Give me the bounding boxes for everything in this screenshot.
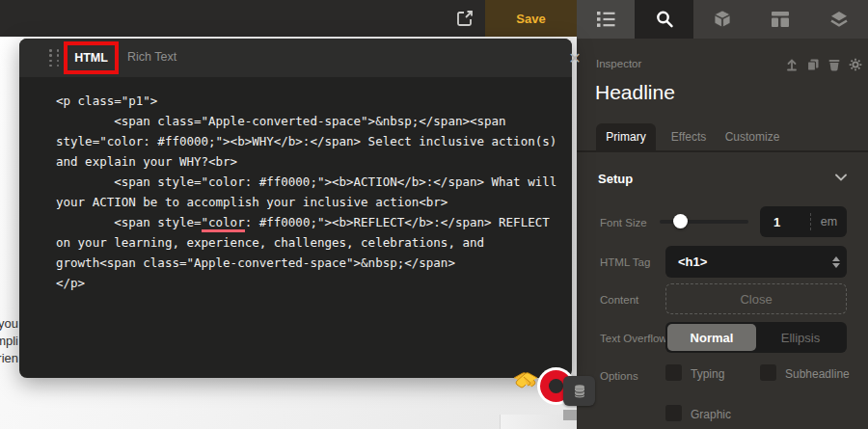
setup-section-header[interactable]: Setup (598, 172, 633, 186)
html-tag-value: <h1> (665, 255, 826, 269)
html-code-panel: HTML Rich Text ✕ <p class="p1"> <span cl… (19, 39, 572, 378)
list-icon (595, 10, 616, 29)
options-label: Options (600, 370, 638, 382)
drag-handle-icon[interactable] (49, 49, 62, 67)
layers-icon (828, 10, 850, 29)
typing-checkbox[interactable] (665, 364, 682, 381)
cube-icon (712, 9, 733, 30)
tab-effects[interactable]: Effects (665, 123, 712, 150)
html-tag-select[interactable]: <h1> (665, 246, 847, 278)
nav-tile-inspector[interactable] (635, 0, 692, 39)
export-button[interactable] (449, 4, 480, 33)
content-label: Content (600, 294, 638, 306)
search-icon (654, 9, 675, 30)
font-size-value[interactable]: 1 (760, 215, 810, 229)
inspector-label: Inspector (596, 58, 641, 69)
graphic-checkbox-label: Graphic (691, 408, 731, 421)
chevron-down-icon[interactable] (835, 174, 847, 181)
updown-stepper-icon (826, 256, 847, 268)
inspector-sidebar: Inspector Headline Primary (577, 39, 868, 429)
overflow-normal-option[interactable]: Normal (667, 324, 756, 351)
trash-icon[interactable] (827, 56, 841, 73)
font-size-unit: em (811, 215, 847, 228)
database-button[interactable] (563, 376, 595, 406)
scrollbar-thumb[interactable] (563, 410, 577, 420)
close-icon[interactable]: ✕ (565, 48, 584, 67)
tab-customize[interactable]: Customize (721, 123, 783, 150)
layout-icon (771, 11, 790, 28)
page-text-fragment: you mpli rien (0, 315, 18, 367)
typing-checkbox-label: Typing (691, 367, 724, 381)
subheadline-checkbox[interactable] (760, 364, 776, 381)
export-icon (454, 8, 475, 29)
duplicate-icon[interactable] (806, 56, 820, 73)
code-lines: <p class="p1"> <span class="Apple-conver… (56, 91, 567, 293)
save-button-label: Save (516, 12, 545, 26)
html-tag-label: HTML Tag (600, 256, 650, 268)
save-button[interactable]: Save (485, 0, 577, 37)
handshake-emoji-icon (511, 368, 540, 393)
page-edge-divider (500, 415, 501, 429)
element-title: Headline (595, 81, 675, 104)
top-nav-tiles (577, 0, 868, 39)
tab-html-label: HTML (74, 51, 108, 65)
text-overflow-segmented: Normal Ellipsis (665, 322, 847, 353)
font-size-label: Font Size (600, 217, 647, 228)
database-icon (572, 384, 587, 399)
nav-tile-layout[interactable] (751, 0, 809, 39)
tab-html[interactable]: HTML (64, 41, 119, 74)
subheadline-checkbox-label: Subheadline (785, 367, 850, 381)
code-editor[interactable]: <p class="p1"> <span class="Apple-conver… (56, 91, 567, 293)
nav-tile-pages[interactable] (577, 0, 635, 39)
nav-tile-components[interactable] (693, 0, 751, 39)
font-size-input[interactable]: 1 em (760, 206, 847, 237)
inspector-header-icons (785, 56, 862, 73)
font-size-slider-thumb[interactable] (673, 214, 688, 228)
overflow-ellipsis-option[interactable]: Ellipsis (756, 324, 845, 351)
text-overflow-label: Text Overflow (600, 333, 667, 344)
nav-tile-layers[interactable] (810, 0, 868, 39)
tab-primary[interactable]: Primary (596, 123, 656, 150)
graphic-checkbox[interactable] (665, 405, 682, 421)
gear-icon[interactable] (849, 56, 862, 73)
tabbar-divider (577, 150, 868, 152)
tab-rich-text[interactable]: Rich Text (127, 50, 176, 64)
arrow-up-from-line-icon[interactable] (785, 56, 799, 73)
content-close-button[interactable]: Close (665, 283, 847, 314)
